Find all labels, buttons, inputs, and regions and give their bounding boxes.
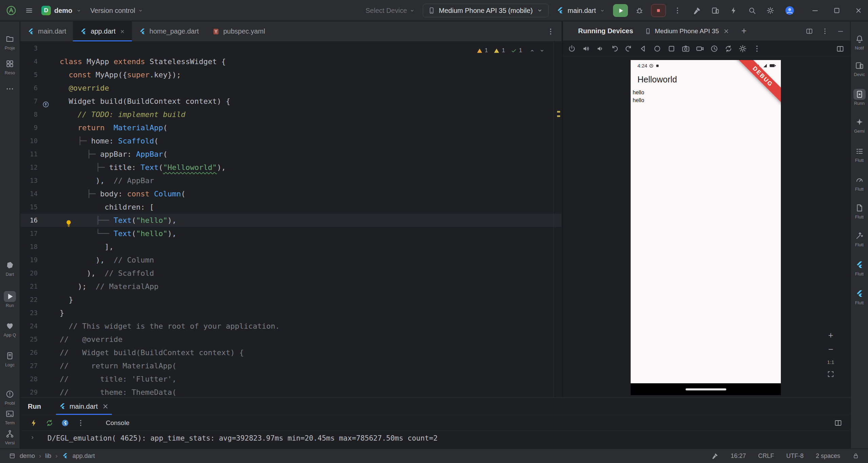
editor-tab-pubspec.yaml[interactable]: pubspec.yaml xyxy=(205,21,272,41)
tool-button-flutter-outline[interactable]: Flutt xyxy=(851,146,868,163)
screenshot-button[interactable] xyxy=(827,370,834,378)
code-line-20[interactable]: 20 ), // Scaffold xyxy=(20,267,561,280)
code-editor[interactable]: 34class MyApp extends StatelessWidget {5… xyxy=(20,42,561,398)
minimize-button[interactable] xyxy=(811,6,819,15)
device-rotate-left-button[interactable] xyxy=(610,44,619,53)
tool-button-problems[interactable]: Probl xyxy=(0,389,20,406)
code-line-19[interactable]: 19 ), // Column xyxy=(20,253,561,267)
hide-panel-button[interactable] xyxy=(837,27,844,35)
code-line-15[interactable]: 15 children: [ xyxy=(20,200,561,214)
hot-reload-button[interactable] xyxy=(30,419,38,427)
project-selector[interactable]: D demo xyxy=(41,6,82,15)
run-config-selector[interactable]: main.dart xyxy=(556,6,606,15)
code-line-28[interactable]: 28// title: 'Flutter', xyxy=(20,372,561,386)
panel-options-button[interactable] xyxy=(821,27,829,35)
debug-button[interactable] xyxy=(635,6,644,15)
device-home-nav-button[interactable] xyxy=(653,44,662,53)
close-run-tab[interactable] xyxy=(102,403,109,410)
device-tab[interactable]: Medium Phone API 35 xyxy=(643,21,731,41)
vcs-widget[interactable]: Version control xyxy=(90,7,143,15)
tab-options-button[interactable] xyxy=(547,21,561,41)
tool-button-flutter-performance[interactable]: Flutt xyxy=(851,175,868,192)
breadcrumb-folder[interactable]: lib xyxy=(45,452,51,460)
code-line-18[interactable]: 18 ], xyxy=(20,240,561,253)
zoom-in-button[interactable]: + xyxy=(828,331,833,340)
device-volume-down-button[interactable] xyxy=(596,44,605,53)
indent-setting[interactable]: 2 spaces xyxy=(816,452,840,460)
zoom-reset-button[interactable]: 1:1 xyxy=(827,359,834,365)
code-line-11[interactable]: 11 ├─ appBar: AppBar( xyxy=(20,148,561,161)
editor-tab-main.dart[interactable]: main.dart xyxy=(20,21,73,41)
tool-button-flutter-tool-1[interactable]: Flutt xyxy=(851,259,868,276)
code-line-23[interactable]: 23} xyxy=(20,306,561,320)
device-recents-nav-button[interactable] xyxy=(667,44,676,53)
user-avatar[interactable] xyxy=(785,5,795,16)
code-line-24[interactable]: 24 // This widget is the root of your ap… xyxy=(20,320,561,333)
search-everywhere-button[interactable] xyxy=(748,6,756,15)
run-button[interactable] xyxy=(613,4,628,17)
tool-button-notifications[interactable]: Notif xyxy=(851,34,868,51)
code-line-13[interactable]: 13 ), // AppBar xyxy=(20,174,561,187)
breadcrumb-project[interactable]: demo xyxy=(20,452,35,460)
close-device-tab[interactable] xyxy=(723,28,730,35)
device-snapshot-button[interactable] xyxy=(710,44,718,53)
code-line-17[interactable]: 17 └── Text("hello"), xyxy=(20,227,561,240)
next-issue-button[interactable] xyxy=(539,47,545,54)
tool-button-dart-analysis[interactable]: Dart xyxy=(0,260,20,277)
code-line-29[interactable]: 29// theme: ThemeData( xyxy=(20,386,561,398)
code-line-8[interactable]: 8 // TODO: implement build xyxy=(20,108,561,121)
line-separator[interactable]: CRLF xyxy=(758,452,774,460)
instant-run-button[interactable] xyxy=(730,6,738,15)
code-line-16[interactable]: 16 ├── Text("hello"), xyxy=(20,214,561,227)
cursor-position[interactable]: 16:27 xyxy=(731,452,746,460)
device-sync-button[interactable] xyxy=(724,44,733,53)
console-fold-arrow[interactable] xyxy=(29,434,36,441)
device-camera-button[interactable] xyxy=(682,44,690,53)
breadcrumb-file[interactable]: app.dart xyxy=(73,452,95,460)
device-power-button[interactable] xyxy=(568,44,576,53)
external-display-button[interactable] xyxy=(836,45,844,53)
zoom-out-button[interactable]: − xyxy=(828,345,833,354)
main-menu-button[interactable] xyxy=(25,6,33,15)
device-screen-record-button[interactable] xyxy=(696,44,704,53)
device-morev-button[interactable] xyxy=(753,44,761,53)
console-tab-label[interactable]: Console xyxy=(106,419,130,427)
build-status-button[interactable] xyxy=(712,452,718,459)
code-line-6[interactable]: 6 @override xyxy=(20,81,561,95)
code-line-14[interactable]: 14 ├─ body: const Column( xyxy=(20,187,561,200)
code-line-12[interactable]: 12 ├─ title: Text("Helloworld"), xyxy=(20,161,561,174)
code-line-21[interactable]: 21 ); // MaterialApp xyxy=(20,280,561,293)
device-volume-up-button[interactable] xyxy=(582,44,590,53)
warning-stripe-mark[interactable] xyxy=(557,111,560,113)
more-actions-button[interactable] xyxy=(673,6,682,15)
editor-tab-home_page.dart[interactable]: home_page.dart xyxy=(132,21,206,41)
code-line-7[interactable]: 7 Widget build(BuildContext context) { xyxy=(20,95,561,108)
tool-button-logcat[interactable]: Logc xyxy=(0,350,20,367)
tool-button-resource-manager[interactable]: Reso xyxy=(0,58,20,75)
tool-button-version-control[interactable]: Versi xyxy=(0,428,20,445)
tool-button-terminal[interactable]: Term xyxy=(0,408,20,425)
file-encoding[interactable]: UTF-8 xyxy=(786,452,804,460)
maximize-button[interactable] xyxy=(833,6,841,15)
tool-button-app-quality-insights[interactable]: App Q xyxy=(0,321,20,337)
add-device-button[interactable]: + xyxy=(741,26,747,36)
prev-issue-button[interactable] xyxy=(529,47,535,54)
passed-badge[interactable]: 1 xyxy=(511,47,522,54)
split-panel-button[interactable] xyxy=(806,27,813,35)
hot-restart-button[interactable] xyxy=(45,419,54,427)
code-line-25[interactable]: 25// @override xyxy=(20,333,561,346)
console-options-button[interactable] xyxy=(77,419,85,427)
tool-button-flutter-tool-2[interactable]: Flutt xyxy=(851,288,868,305)
tool-button-device-manager[interactable]: Devic xyxy=(851,60,868,77)
device-rotate-right-button[interactable] xyxy=(625,44,633,53)
warning-stripe-mark[interactable] xyxy=(557,115,560,117)
close-tab-button[interactable] xyxy=(120,29,125,34)
warnings-badge[interactable]: 1 xyxy=(476,47,488,54)
code-line-22[interactable]: 22 } xyxy=(20,293,561,306)
code-line-27[interactable]: 27// return MaterialApp( xyxy=(20,359,561,372)
tool-button-flutter-props[interactable]: Flutt xyxy=(851,230,868,247)
tool-button-gemini[interactable]: Gemi xyxy=(851,117,868,134)
weak-warnings-badge[interactable]: 1 xyxy=(493,47,505,54)
tool-button-running-devices[interactable]: Runn xyxy=(851,89,868,106)
device-back-nav-button[interactable] xyxy=(639,44,647,53)
